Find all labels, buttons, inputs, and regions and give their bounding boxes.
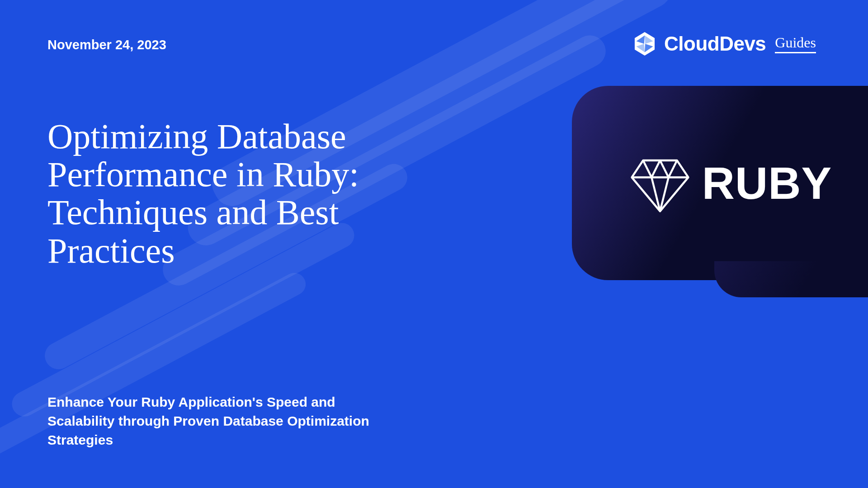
- brand-name: CloudDevs: [664, 33, 766, 55]
- article-title: Optimizing Database Performance in Ruby:…: [47, 117, 454, 270]
- clouddevs-logo-icon: [632, 31, 658, 57]
- brand-logo-area: CloudDevs Guides: [632, 31, 816, 57]
- ruby-gem-icon: [626, 149, 694, 217]
- tech-badge-label: RUBY: [702, 157, 832, 209]
- publish-date: November 24, 2023: [47, 38, 166, 52]
- article-subtitle: Enhance Your Ruby Application's Speed an…: [47, 393, 400, 450]
- brand-sub-label: Guides: [775, 34, 816, 53]
- tech-badge-card: RUBY: [572, 86, 868, 280]
